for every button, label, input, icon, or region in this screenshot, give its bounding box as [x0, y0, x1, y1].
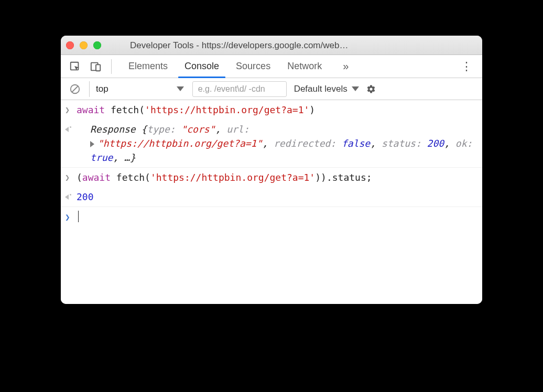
svg-rect-0	[71, 62, 79, 70]
separator	[111, 59, 112, 74]
titlebar: Developer Tools - https://developers.goo…	[61, 36, 482, 55]
chevron-down-icon	[177, 86, 184, 91]
return-icon	[65, 122, 77, 136]
devtools-window: Developer Tools - https://developers.goo…	[61, 36, 482, 304]
tab-console[interactable]: Console	[176, 55, 227, 78]
execution-context-value: top	[96, 84, 108, 94]
tab-elements[interactable]: Elements	[120, 55, 176, 78]
console-input-entry: ❯ (await fetch('https://httpbin.org/get?…	[61, 168, 482, 187]
console-code: (await fetch('https://httpbin.org/get?a=…	[77, 170, 477, 184]
execution-context-select[interactable]: top	[89, 81, 187, 97]
tab-sources[interactable]: Sources	[227, 55, 279, 78]
close-window-button[interactable]	[66, 41, 74, 49]
panel-tabs: Elements Console Sources Network	[120, 55, 330, 78]
clear-console-icon[interactable]	[68, 82, 82, 96]
window-title: Developer Tools - https://developers.goo…	[130, 36, 477, 55]
zoom-window-button[interactable]	[93, 41, 101, 49]
svg-rect-2	[96, 64, 100, 71]
text-cursor	[78, 211, 79, 222]
console-output[interactable]: ❯ await fetch('https://httpbin.org/get?a…	[61, 100, 482, 304]
expand-object-icon[interactable]	[90, 141, 94, 147]
console-toolbar: top Default levels	[61, 78, 482, 100]
filter-input[interactable]	[192, 81, 287, 97]
console-code: 200	[77, 190, 477, 204]
console-code: await fetch('https://httpbin.org/get?a=1…	[77, 103, 477, 117]
settings-menu-icon[interactable]: ⋮	[457, 60, 477, 73]
tab-network[interactable]: Network	[279, 55, 330, 78]
window-controls	[66, 41, 101, 49]
tabs-overflow-icon[interactable]: »	[338, 60, 354, 72]
console-settings-icon[interactable]	[364, 82, 378, 96]
svg-line-4	[72, 86, 78, 92]
prompt-icon: ❯	[65, 210, 77, 224]
return-icon	[65, 190, 77, 203]
prompt-icon: ❯	[65, 103, 77, 116]
console-return-entry: Response {type: "cors", url:"https://htt…	[61, 119, 482, 168]
console-return-entry: 200	[61, 187, 482, 207]
inspect-element-icon[interactable]	[68, 60, 82, 73]
console-prompt[interactable]: ❯	[61, 207, 482, 226]
tabstrip: Elements Console Sources Network » ⋮	[61, 55, 482, 78]
device-toolbar-icon[interactable]	[89, 60, 103, 73]
console-code: Response {type: "cors", url:"https://htt…	[77, 122, 477, 165]
prompt-icon: ❯	[65, 170, 77, 184]
minimize-window-button[interactable]	[80, 41, 88, 49]
log-levels-select[interactable]: Default levels	[292, 84, 359, 94]
chevron-down-icon	[352, 86, 359, 91]
log-levels-label: Default levels	[294, 84, 347, 94]
console-input-entry: ❯ await fetch('https://httpbin.org/get?a…	[61, 100, 482, 119]
